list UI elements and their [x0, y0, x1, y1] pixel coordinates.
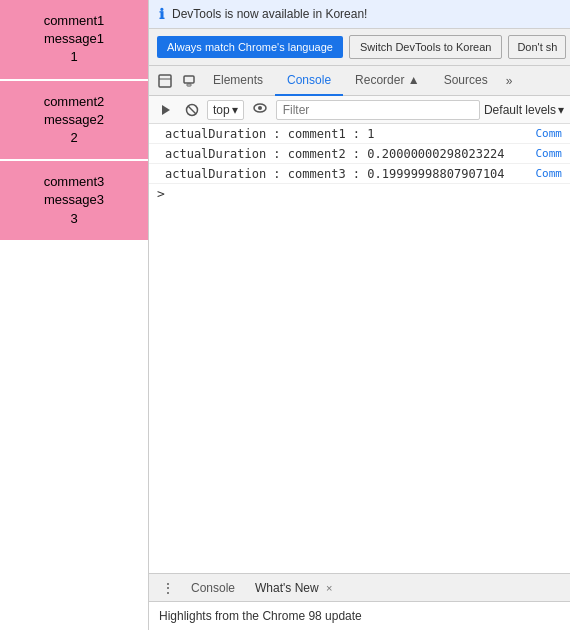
devtools-panel: ℹ DevTools is now available in Korean! A…	[148, 0, 570, 630]
dont-show-button[interactable]: Don't sh	[508, 35, 566, 59]
svg-point-8	[258, 106, 262, 110]
switch-korean-button[interactable]: Switch DevTools to Korean	[349, 35, 502, 59]
comment-item-3: comment3message33	[0, 161, 148, 242]
info-text: DevTools is now available in Korean!	[172, 7, 367, 21]
svg-rect-2	[184, 76, 194, 83]
bottom-tabs: ⋮ Console What's New ×	[149, 574, 570, 602]
clear-icon[interactable]	[181, 101, 203, 119]
bottom-status-text: Highlights from the Chrome 98 update	[159, 609, 362, 623]
run-icon[interactable]	[155, 101, 177, 119]
devtools-button-bar: Always match Chrome's language Switch De…	[149, 29, 570, 66]
whats-new-label: What's New	[255, 581, 319, 595]
whats-new-close[interactable]: ×	[326, 582, 332, 594]
console-line-3-text: actualDuration : comment3 : 0.1999999880…	[165, 167, 536, 181]
console-line-1-text: actualDuration : comment1 : 1	[165, 127, 536, 141]
default-levels-arrow: ▾	[558, 103, 564, 117]
tab-console[interactable]: Console	[275, 66, 343, 96]
tab-sources[interactable]: Sources	[432, 66, 500, 96]
svg-line-6	[188, 106, 196, 114]
top-label: top	[213, 103, 230, 117]
console-line-2-text: actualDuration : comment2 : 0.2000000029…	[165, 147, 536, 161]
bottom-menu-icon[interactable]: ⋮	[157, 578, 179, 598]
console-line-1-link[interactable]: Comm	[536, 127, 563, 140]
tab-cursor-icon[interactable]	[153, 69, 177, 93]
svg-marker-4	[162, 105, 170, 115]
tab-device-icon[interactable]	[177, 69, 201, 93]
bottom-tab-whats-new[interactable]: What's New ×	[247, 577, 340, 599]
info-icon: ℹ	[159, 6, 164, 22]
devtools-tab-bar: Elements Console Recorder ▲ Sources »	[149, 66, 570, 96]
console-prompt[interactable]: >	[149, 184, 570, 203]
context-dropdown[interactable]: top ▾	[207, 100, 244, 120]
bottom-status: Highlights from the Chrome 98 update	[149, 602, 570, 630]
console-output: actualDuration : comment1 : 1 Comm actua…	[149, 124, 570, 573]
dropdown-arrow: ▾	[232, 103, 238, 117]
bottom-tab-console[interactable]: Console	[183, 577, 243, 599]
console-line-3: actualDuration : comment3 : 0.1999999880…	[149, 164, 570, 184]
tab-more[interactable]: »	[500, 70, 519, 92]
svg-rect-0	[159, 75, 171, 87]
tab-recorder[interactable]: Recorder ▲	[343, 66, 432, 96]
default-levels-dropdown[interactable]: Default levels ▾	[484, 103, 564, 117]
console-toolbar: top ▾ Default levels ▾	[149, 96, 570, 124]
console-line-2: actualDuration : comment2 : 0.2000000029…	[149, 144, 570, 164]
comment-list: comment1message11 comment2message22 comm…	[0, 0, 148, 630]
tab-elements[interactable]: Elements	[201, 66, 275, 96]
filter-input[interactable]	[276, 100, 480, 120]
svg-rect-3	[187, 84, 191, 86]
bottom-bar: ⋮ Console What's New × Highlights from t…	[149, 573, 570, 630]
default-levels-label: Default levels	[484, 103, 556, 117]
console-line-1: actualDuration : comment1 : 1 Comm	[149, 124, 570, 144]
comment-item-1: comment1message11	[0, 0, 148, 81]
match-language-button[interactable]: Always match Chrome's language	[157, 36, 343, 58]
console-line-2-link[interactable]: Comm	[536, 147, 563, 160]
comment-item-2: comment2message22	[0, 81, 148, 162]
live-expressions-icon[interactable]	[248, 99, 272, 121]
console-line-3-link[interactable]: Comm	[536, 167, 563, 180]
devtools-info-bar: ℹ DevTools is now available in Korean!	[149, 0, 570, 29]
